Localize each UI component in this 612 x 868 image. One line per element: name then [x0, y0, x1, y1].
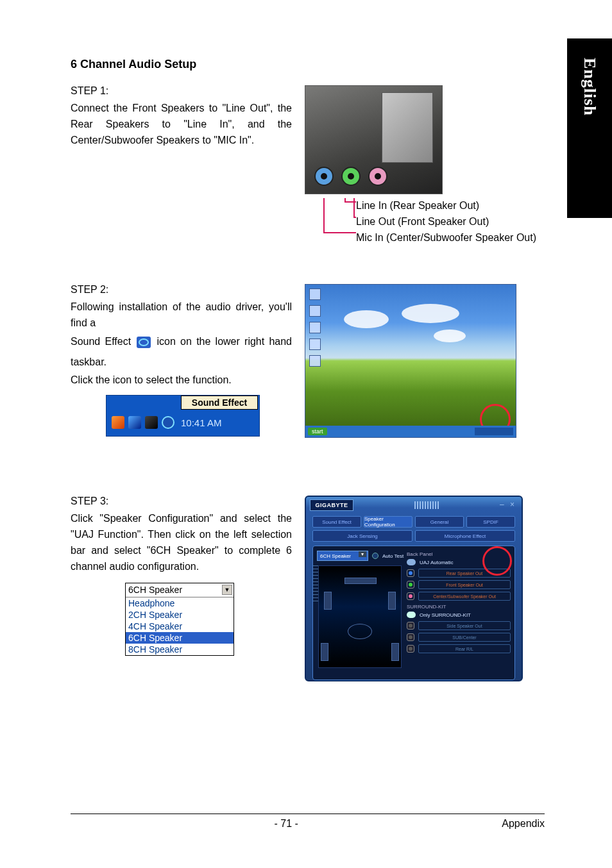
step2-text-b-prefix: Sound Effect — [71, 336, 135, 347]
motherboard-io-photo — [305, 85, 443, 194]
step3-text: Click "Speaker Configuration" and select… — [71, 511, 292, 574]
speaker-option[interactable]: 8CH Speaker — [126, 644, 234, 655]
app-tab[interactable]: SPDIF — [466, 516, 515, 528]
app-tab[interactable]: Speaker Configuration — [364, 516, 412, 528]
auto-test-label: Auto Test — [382, 553, 404, 559]
step3-row: STEP 3: Click "Speaker Configuration" an… — [71, 496, 545, 681]
sound-effect-icon — [137, 337, 151, 348]
gigabyte-logo: GIGABYTE — [310, 499, 353, 511]
speaker-mode-value: 6CH Speaker — [320, 553, 351, 559]
step1-row: STEP 1: Connect the Front Speakers to "L… — [71, 85, 545, 246]
section-heading: 6 Channel Audio Setup — [71, 58, 545, 71]
step2-row: STEP 2: Following installation of the au… — [71, 284, 545, 438]
surround-toggle[interactable] — [407, 612, 416, 618]
desktop-icon[interactable] — [309, 322, 321, 333]
desktop-icon[interactable] — [309, 305, 321, 317]
jack-indicator — [407, 592, 414, 600]
app-tab[interactable]: Jack Sensing — [312, 530, 412, 542]
jack-indicator — [407, 569, 414, 577]
speaker-mode-combo[interactable]: 6CH Speaker — [317, 551, 368, 561]
jack-label: SUB/Center — [418, 633, 511, 642]
speaker-option[interactable]: Headphone — [126, 597, 234, 609]
uaj-toggle[interactable] — [407, 559, 416, 565]
surround-kit-label: SURROUND-KIT — [407, 604, 511, 610]
tray-icon[interactable] — [145, 416, 158, 429]
speaker-dropdown-value: 6CH Speaker — [128, 585, 182, 595]
app-tab[interactable]: Microphone Effect — [415, 530, 515, 542]
taskbar-tray[interactable] — [475, 428, 513, 435]
jack-indicator — [407, 622, 414, 630]
step2-text-c: Click the icon to select the function. — [71, 372, 292, 388]
taskbar-screenshot: Sound Effect 10:41 AM — [106, 395, 260, 437]
step2-text-a: Following installation of the audio driv… — [71, 299, 292, 331]
desktop-icon[interactable] — [309, 338, 321, 350]
app-tab[interactable]: General — [415, 516, 464, 528]
jack-label: Center/Subwoofer Speaker Out — [418, 592, 511, 601]
legend-mic-in: Mic In (Center/Subwoofer Speaker Out) — [356, 230, 545, 246]
only-surround-label: Only SURROUND-KIT — [420, 612, 471, 618]
page-number: - 71 - — [274, 818, 298, 830]
jack-label: Rear Speaker Out — [418, 569, 511, 578]
chevron-down-icon[interactable]: ▼ — [222, 585, 232, 595]
desktop-icon[interactable] — [309, 288, 321, 300]
jack-indicator — [407, 633, 414, 641]
jack-panel: Back Panel UAJ Automatic Rear Speaker Ou… — [407, 550, 511, 654]
legend-line-out: Line Out (Front Speaker Out) — [356, 214, 545, 230]
step2-text-b: Sound Effect icon on the lower right han… — [71, 331, 292, 372]
desktop-icon[interactable] — [309, 355, 321, 367]
desktop-screenshot: start — [305, 284, 516, 438]
jack-label: Rear R/L — [418, 644, 511, 653]
uaj-auto-label: UAJ Automatic — [420, 560, 453, 565]
legend-line-in: Line In (Rear Speaker Out) — [356, 198, 545, 214]
room-diagram — [318, 565, 402, 668]
speaker-option[interactable]: 2CH Speaker — [126, 609, 234, 621]
speaker-option[interactable]: 4CH Speaker — [126, 621, 234, 632]
step3-label: STEP 3: — [71, 496, 292, 507]
mic-in-jack — [368, 167, 387, 186]
jack-label: Front Speaker Out — [418, 580, 511, 589]
sound-effect-tray-icon[interactable] — [162, 416, 174, 429]
audio-config-window: GIGABYTE – × Sound EffectSpeaker Configu… — [305, 496, 523, 681]
step1-text: Connect the Front Speakers to "Line Out"… — [71, 101, 292, 148]
speaker-dropdown-list[interactable]: Headphone2CH Speaker4CH Speaker6CH Speak… — [126, 597, 234, 655]
page-footer: - 71 - Appendix — [71, 814, 545, 830]
line-out-jack — [341, 167, 361, 186]
minimize-icon[interactable]: – — [500, 501, 507, 509]
tray-clock: 10:41 AM — [181, 417, 221, 428]
tray-icon[interactable] — [112, 416, 124, 429]
jack-indicator — [407, 645, 414, 653]
tray-icon[interactable] — [128, 416, 141, 429]
footer-section: Appendix — [502, 818, 545, 830]
line-in-jack — [314, 167, 334, 186]
close-icon[interactable]: × — [510, 501, 518, 509]
speaker-option[interactable]: 6CH Speaker — [126, 632, 234, 644]
jack-indicator — [407, 581, 414, 588]
back-panel-label: Back Panel — [407, 551, 511, 557]
start-button[interactable]: start — [308, 428, 327, 435]
step1-label: STEP 1: — [71, 85, 292, 97]
jack-label: Side Speaker Out — [418, 621, 511, 630]
speaker-dropdown-inset: 6CH Speaker ▼ Headphone2CH Speaker4CH Sp… — [125, 583, 234, 656]
app-tabs: Sound EffectSpeaker ConfigurationGeneral… — [312, 516, 515, 542]
jack-legend: Line In (Rear Speaker Out) Line Out (Fro… — [305, 198, 545, 246]
sound-effect-tooltip: Sound Effect — [181, 396, 258, 410]
auto-test-radio[interactable] — [372, 553, 378, 559]
speaker-dropdown[interactable]: 6CH Speaker ▼ — [126, 583, 234, 597]
step2-label: STEP 2: — [71, 284, 292, 296]
app-tab[interactable]: Sound Effect — [312, 516, 361, 528]
